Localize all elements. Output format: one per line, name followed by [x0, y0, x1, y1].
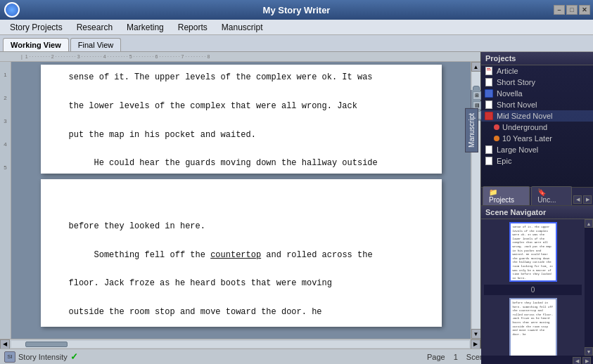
article-label: Article: [497, 67, 518, 75]
tool-btn-1[interactable]: ⊞: [473, 91, 481, 100]
thumb-2-text: before they looked in here. Something fe…: [513, 301, 554, 337]
scene-thumb-2[interactable]: before they looked in here. Something fe…: [509, 298, 557, 356]
projects-tab-icon: 📁: [489, 188, 497, 196]
horizontal-scrollbar[interactable]: ◀ ▶: [0, 339, 480, 349]
h-scroll-track[interactable]: [11, 341, 469, 348]
right-panel: Projects Article Short Story: [480, 52, 593, 349]
scene-nav-right-btn[interactable]: ▶: [582, 357, 591, 364]
editor-container: | 1 · · · · · · · · 2 · · · · · · · · 3 …: [0, 52, 480, 349]
scene-nav-content: sense of it. The upper levels of the com…: [481, 219, 593, 356]
tab-working-view[interactable]: Working View: [3, 38, 69, 51]
short-story-icon: [484, 78, 494, 86]
menu-marketing[interactable]: Marketing: [120, 21, 171, 34]
menu-reports[interactable]: Reports: [171, 21, 215, 34]
page-label: Page: [427, 353, 445, 361]
panel-tab-unc[interactable]: 🔖 Unc...: [531, 186, 572, 205]
panel-nav-right[interactable]: ▶: [583, 195, 592, 204]
scene-thumb-1[interactable]: sense of it. The upper levels of the com…: [509, 222, 557, 282]
scene-nav-scrollbar[interactable]: ▲ ▼: [585, 219, 593, 356]
project-large-novel[interactable]: Large Novel: [481, 144, 593, 155]
short-novel-icon: [484, 100, 494, 109]
panel-nav-left[interactable]: ◀: [573, 195, 582, 204]
project-mid-sized-novel[interactable]: Mid Sized Novel: [481, 110, 593, 122]
article-icon: [484, 67, 494, 75]
minimize-button[interactable]: –: [554, 5, 565, 15]
underground-dot: [494, 124, 499, 130]
projects-header: Projects: [481, 52, 593, 65]
10-years-dot: [494, 136, 499, 141]
10-years-label: 10 Years Later: [502, 134, 552, 143]
story-intensity-label: Story Intensity: [18, 353, 68, 361]
project-novella[interactable]: Novella: [481, 88, 593, 99]
horizontal-ruler: | 1 · · · · · · · · 2 · · · · · · · · 3 …: [0, 52, 480, 62]
tab-bar: Working View Final View: [0, 35, 593, 52]
projects-list: Article Short Story Novella: [481, 65, 593, 187]
scene-page-number: 0: [484, 285, 582, 295]
projects-panel: Projects Article Short Story: [481, 52, 593, 205]
scene-scroll-up[interactable]: ▲: [585, 219, 593, 228]
panel-tab-projects[interactable]: 📁 Projects: [483, 186, 530, 205]
story-intensity-section: SI Story Intensity ✓: [4, 351, 78, 363]
scene-scroll-track[interactable]: [585, 228, 593, 347]
mid-novel-icon: [484, 112, 494, 120]
maximize-button[interactable]: □: [566, 5, 578, 15]
panel-tabs: 📁 Projects 🔖 Unc... ◀ ▶: [481, 187, 593, 205]
epic-label: Epic: [497, 157, 511, 165]
story-intensity-icon: SI: [4, 351, 15, 363]
close-button[interactable]: ✕: [579, 5, 590, 15]
scroll-right-button[interactable]: ▶: [471, 339, 480, 349]
novella-label: Novella: [497, 89, 523, 98]
countertop-link[interactable]: countertop: [210, 250, 261, 260]
editor-scroll-area[interactable]: 1 2 3 4 5 sense of it. The upper levels …: [0, 62, 480, 339]
scroll-down-button[interactable]: ▼: [471, 329, 481, 339]
underground-label: Underground: [502, 123, 547, 131]
project-short-story[interactable]: Short Story: [481, 77, 593, 88]
app-title: My Story Writer: [263, 5, 331, 15]
large-novel-label: Large Novel: [497, 145, 538, 154]
page-number: 1: [454, 353, 458, 361]
scene-nav-header: Scene Navigator: [481, 206, 593, 219]
manuscript-tab[interactable]: Manuscript: [465, 108, 478, 152]
thumb-1-text: sense of it. The upper levels of the com…: [513, 226, 554, 280]
app-logo: [4, 2, 20, 18]
scene-thumbnails: sense of it. The upper levels of the com…: [481, 219, 585, 356]
page-2[interactable]: before they looked in here. Something fe…: [41, 179, 442, 327]
project-article[interactable]: Article: [481, 65, 593, 77]
vertical-ruler: 1 2 3 4 5: [0, 62, 11, 339]
scene-nav-bottom: ◀ ▶: [481, 356, 593, 364]
menu-bar: Story Projects Research Marketing Report…: [0, 20, 593, 35]
page-1[interactable]: sense of it. The upper levels of the com…: [41, 65, 442, 174]
menu-research[interactable]: Research: [70, 21, 120, 34]
pages-area[interactable]: sense of it. The upper levels of the com…: [11, 62, 471, 339]
large-novel-icon: [484, 145, 494, 154]
novella-icon: [484, 89, 494, 98]
short-novel-label: Short Novel: [497, 100, 537, 109]
title-bar: My Story Writer – □ ✕: [0, 0, 593, 20]
scene-scroll-down[interactable]: ▼: [585, 347, 593, 356]
menu-story-projects[interactable]: Story Projects: [3, 21, 70, 34]
menu-manuscript[interactable]: Manuscript: [215, 21, 270, 34]
tab-final-view[interactable]: Final View: [70, 38, 122, 51]
scene-navigator: Scene Navigator sense of it. The upper l…: [481, 205, 593, 364]
short-story-label: Short Story: [497, 78, 535, 86]
project-epic[interactable]: Epic: [481, 155, 593, 167]
scroll-up-button[interactable]: ▲: [471, 62, 481, 72]
h-scroll-thumb[interactable]: [25, 342, 68, 347]
page-2-text: before they looked in here. Something fe…: [69, 190, 414, 320]
check-icon: ✓: [70, 351, 78, 362]
main-area: | 1 · · · · · · · · 2 · · · · · · · · 3 …: [0, 52, 593, 349]
scene-nav-left-btn[interactable]: ◀: [573, 357, 581, 364]
epic-icon: [484, 157, 494, 165]
project-10-years-later[interactable]: 10 Years Later: [481, 133, 593, 144]
project-short-novel[interactable]: Short Novel: [481, 99, 593, 110]
window-controls: – □ ✕: [554, 5, 590, 15]
mid-novel-label: Mid Sized Novel: [497, 112, 552, 120]
project-underground[interactable]: Underground: [481, 122, 593, 133]
scroll-left-button[interactable]: ◀: [0, 339, 10, 349]
unc-tab-icon: 🔖: [537, 188, 546, 196]
